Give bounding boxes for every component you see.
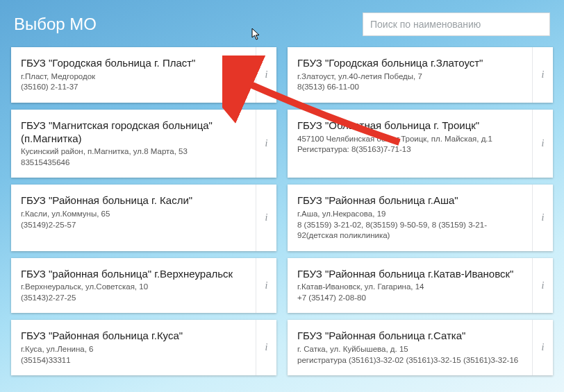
org-card[interactable]: ГБУЗ "Городская больница г. Пласт" г.Пла…	[11, 47, 276, 103]
org-card[interactable]: ГБУЗ "Областная больница г. Троицк" 4571…	[288, 110, 553, 178]
org-address: г. Сатка, ул. Куйбышева, д. 15	[297, 344, 525, 355]
org-name: ГБУЗ "Городская больница г.Златоуст"	[297, 57, 525, 70]
org-name: ГБУЗ "Районная больница г.Аша"	[297, 194, 525, 207]
org-address: Кусинский район, п.Магнитка, ул.8 Марта,…	[21, 146, 249, 157]
info-icon[interactable]: i	[532, 47, 553, 103]
org-name: ГБУЗ "Магнитская городская больница" (п.…	[21, 119, 249, 146]
page-title: Выбор МО	[14, 15, 97, 34]
org-address: г.Пласт, Медгородок	[21, 71, 249, 83]
org-card[interactable]: ГБУЗ "районная больница" г.Верхнеуральск…	[11, 258, 276, 314]
org-name: ГБУЗ "Районная больница г.Катав-Ивановск…	[297, 268, 525, 281]
org-address: г.Аша, ул.Некрасова, 19	[297, 209, 525, 220]
org-card[interactable]: ГБУЗ "Магнитская городская больница" (п.…	[11, 110, 276, 178]
org-phone: 8(3513) 66-11-00	[297, 82, 525, 93]
org-card[interactable]: ГБУЗ "Районная больница г. Касли" г.Касл…	[11, 185, 276, 250]
org-phone: регистратура (35161)3-32-02 (35161)3-32-…	[297, 355, 525, 366]
info-icon[interactable]: i	[532, 185, 553, 250]
info-icon[interactable]: i	[532, 320, 553, 375]
org-phone: 83515435646	[21, 157, 249, 169]
org-card[interactable]: ГБУЗ "Городская больница г.Златоуст" г.З…	[288, 47, 553, 103]
org-address: г.Куса, ул.Ленина, 6	[21, 344, 249, 355]
org-name: ГБУЗ "Районная больница г.Сатка"	[297, 330, 525, 343]
org-name: ГБУЗ "Районная больница г. Касли"	[21, 194, 249, 207]
org-name: ГБУЗ "районная больница" г.Верхнеуральск	[21, 268, 249, 281]
org-card[interactable]: ГБУЗ "Районная больница г.Катав-Ивановск…	[288, 258, 553, 314]
org-address: г.Златоуст, ул.40-летия Победы, 7	[297, 71, 525, 83]
org-name: ГБУЗ "Областная больница г. Троицк"	[297, 119, 525, 133]
info-icon[interactable]: i	[256, 47, 276, 103]
org-phone: (35160) 2-11-37	[21, 82, 249, 93]
org-name: ГБУЗ "Городская больница г. Пласт"	[21, 57, 249, 70]
org-card[interactable]: ГБУЗ "Районная больница г.Аша" г.Аша, ул…	[288, 185, 553, 250]
info-icon[interactable]: i	[532, 110, 553, 178]
org-name: ГБУЗ "Районная больница г.Куса"	[21, 330, 249, 343]
info-icon[interactable]: i	[256, 185, 276, 250]
org-phone: (35154)33311	[21, 355, 249, 366]
org-address: г.Верхнеуральск, ул.Советская, 10	[21, 282, 249, 293]
info-icon[interactable]: i	[256, 320, 276, 375]
org-grid: ГБУЗ "Городская больница г. Пласт" г.Пла…	[0, 43, 564, 386]
info-icon[interactable]: i	[532, 258, 553, 314]
org-card[interactable]: ГБУЗ "Районная больница г.Куса" г.Куса, …	[11, 320, 276, 375]
org-address: 457100 Челябинская обл., г.Троицк, пл. М…	[297, 134, 525, 145]
search-input[interactable]	[363, 12, 550, 36]
org-address: г.Касли, ул.Коммуны, 65	[21, 209, 249, 220]
org-address: г.Катав-Ивановск, ул. Гагарина, 14	[297, 282, 525, 293]
info-icon[interactable]: i	[256, 258, 276, 314]
org-phone: 8 (35159) 3-21-02, 8(35159) 9-50-59, 8 (…	[297, 220, 525, 241]
org-phone: +7 (35147) 2-08-80	[297, 293, 525, 304]
org-phone: (35143)2-27-25	[21, 293, 249, 304]
info-icon[interactable]: i	[256, 110, 276, 178]
org-phone: Регистратура: 8(35163)7-71-13	[297, 144, 525, 155]
org-card[interactable]: ГБУЗ "Районная больница г.Сатка" г. Сатк…	[288, 320, 553, 375]
org-phone: (35149)2-25-57	[21, 220, 249, 231]
